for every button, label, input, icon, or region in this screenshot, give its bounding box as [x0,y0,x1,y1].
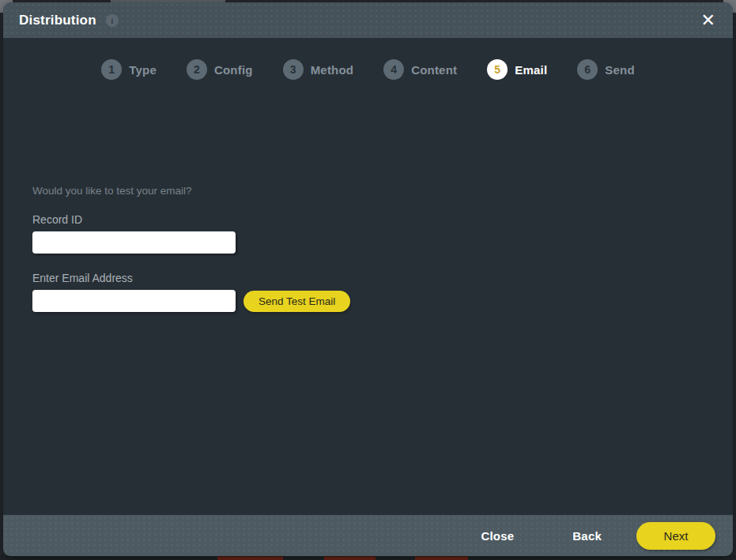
send-test-email-button[interactable]: Send Test Email [243,291,350,312]
step-email-active[interactable]: 5 Email [487,59,547,80]
step-label: Config [214,63,253,77]
info-icon[interactable]: i [106,14,119,27]
step-number-badge: 5 [487,59,508,80]
email-input[interactable] [32,290,236,312]
step-content[interactable]: 4 Content [383,59,457,80]
email-group: Enter Email Address Send Test Email [32,272,350,312]
step-number-badge: 6 [577,59,598,80]
close-button[interactable]: Close [481,529,514,543]
step-type[interactable]: 1 Type [101,59,157,80]
step-label: Email [515,63,547,77]
step-method[interactable]: 3 Method [283,59,354,80]
record-id-group: Record ID [32,213,350,254]
wizard-stepper: 1 Type 2 Config 3 Method 4 Content 5 Ema… [3,38,733,80]
modal-title: Distribution [19,13,96,28]
form-question: Would you like to test your email? [32,185,350,197]
record-id-label: Record ID [32,213,350,226]
step-number-badge: 4 [383,59,404,80]
step-number-badge: 2 [187,59,207,80]
email-label: Enter Email Address [32,272,350,284]
step-number-badge: 1 [101,59,122,80]
close-icon[interactable]: ✕ [698,10,719,31]
backdrop-red-block [415,556,468,560]
step-label: Content [411,63,457,77]
modal-body: 1 Type 2 Config 3 Method 4 Content 5 Ema… [3,38,733,515]
modal-header: Distribution i ✕ [3,2,733,38]
distribution-modal: Distribution i ✕ 1 Type 2 Config 3 Metho… [3,2,733,556]
backdrop-red-block [324,556,376,560]
next-button[interactable]: Next [636,522,715,550]
back-button[interactable]: Back [572,529,602,543]
step-send[interactable]: 6 Send [577,59,634,80]
step-label: Method [311,63,354,77]
step-label: Type [129,63,157,77]
modal-footer: Close Back Next [3,515,733,556]
step-number-badge: 3 [283,59,304,80]
step-config[interactable]: 2 Config [187,59,253,80]
test-email-form: Would you like to test your email? Recor… [32,185,350,330]
backdrop-red-block [217,556,283,560]
step-label: Send [605,63,634,77]
record-id-input[interactable] [32,231,236,254]
